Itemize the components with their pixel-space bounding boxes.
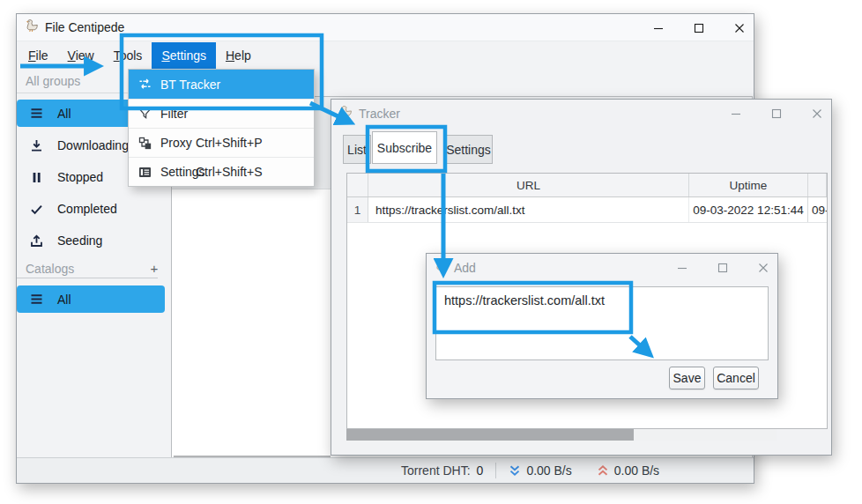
double-chevron-down-icon [509, 464, 521, 477]
col-uptime[interactable]: Uptime [689, 174, 808, 196]
row-added-clipped: 09-0 [808, 197, 827, 222]
menu-item-proxy[interactable]: Proxy Ctrl+Shift+P [129, 128, 314, 157]
close-icon[interactable] [811, 107, 822, 119]
minimize-icon[interactable] [676, 262, 687, 273]
maximize-icon[interactable] [717, 262, 728, 273]
app-duck-icon [435, 259, 448, 276]
minimize-icon[interactable] [652, 22, 664, 33]
app-duck-icon [339, 105, 353, 122]
proxy-network-icon [137, 136, 152, 151]
menu-settings[interactable]: Settings [152, 42, 216, 69]
sidebar-item-catalog-all[interactable]: All [17, 285, 165, 313]
status-bar: Torrent DHT: 0 0.00 B/s 0.00 B/s [17, 457, 754, 483]
tracker-window-controls [730, 100, 822, 127]
close-icon[interactable] [757, 262, 769, 273]
cancel-button[interactable]: Cancel [713, 367, 759, 389]
menu-view[interactable]: View [58, 42, 104, 69]
tracker-hscrollbar[interactable] [346, 429, 777, 441]
row-uptime: 09-03-2022 12:51:44 [689, 197, 808, 222]
add-dialog-title: Add [454, 261, 476, 275]
settings-form-icon [137, 165, 152, 180]
minimize-icon[interactable] [730, 107, 741, 119]
close-icon[interactable] [733, 22, 745, 33]
maximize-icon[interactable] [693, 22, 704, 33]
settings-shortcut: Ctrl+Shift+S [196, 165, 262, 179]
col-row-number[interactable] [347, 174, 368, 196]
tab-subscribe[interactable]: Subscribe [372, 131, 437, 164]
menu-item-filter[interactable]: Filter [129, 99, 314, 128]
status-divider [495, 463, 496, 478]
menubar: File View Tools Settings Help [19, 42, 261, 69]
table-row[interactable]: 1 https://trackerslist.com/all.txt 09-03… [347, 197, 827, 223]
menu-tools[interactable]: Tools [104, 42, 152, 69]
upload-speed: 0.00 B/s [614, 463, 659, 478]
add-dialog: Add https://trackerslist.com/all.txt Sav… [426, 253, 778, 399]
menu-icon [29, 106, 44, 121]
tab-list[interactable]: List [343, 135, 371, 164]
add-dialog-controls [676, 254, 769, 281]
table-header-row: URL Uptime A [347, 174, 827, 197]
app-duck-icon [25, 19, 39, 36]
pause-icon [29, 170, 44, 185]
add-catalog-button[interactable]: + [145, 259, 163, 278]
check-icon [29, 202, 44, 217]
menu-help[interactable]: Help [216, 42, 261, 69]
menu-icon [29, 292, 44, 307]
main-window-title: File Centipede [45, 20, 124, 34]
swap-arrows-icon [137, 77, 152, 92]
menu-item-bt-tracker[interactable]: BT Tracker [129, 70, 314, 99]
settings-dropdown-menu: BT Tracker Filter Proxy Ctrl+Shift+P Set… [128, 69, 315, 187]
screenshot-root: File Centipede File View Tools Settings … [0, 0, 862, 504]
dht-value: 0 [477, 463, 484, 478]
sidebar-item-seeding[interactable]: Seeding [17, 227, 165, 254]
maximize-icon[interactable] [770, 107, 782, 119]
main-titlebar[interactable]: File Centipede [17, 14, 754, 41]
save-button[interactable]: Save [669, 367, 705, 389]
menu-item-settings[interactable]: Settings Ctrl+Shift+S [129, 157, 314, 186]
main-window-controls [652, 14, 745, 41]
menu-file[interactable]: File [19, 42, 58, 69]
sidebar-item-completed[interactable]: Completed [17, 196, 165, 222]
col-added-clipped[interactable]: A [808, 174, 827, 196]
tracker-hscrollbar-thumb[interactable] [346, 429, 634, 441]
download-speed: 0.00 B/s [526, 463, 571, 478]
download-icon [29, 138, 44, 153]
tracker-window-title: Tracker [359, 107, 400, 121]
dht-label: Torrent DHT: [401, 463, 471, 478]
tracker-url-input[interactable]: https://trackerslist.com/all.txt [435, 286, 769, 360]
proxy-shortcut: Ctrl+Shift+P [196, 136, 262, 150]
row-number: 1 [347, 197, 368, 222]
filter-icon [137, 107, 152, 122]
col-url[interactable]: URL [368, 174, 689, 196]
double-chevron-up-icon [597, 464, 609, 477]
row-url: https://trackerslist.com/all.txt [368, 197, 689, 222]
upload-icon [29, 233, 44, 248]
tab-settings[interactable]: Settings [444, 135, 493, 164]
catalogs-label: Catalogs [17, 259, 158, 278]
